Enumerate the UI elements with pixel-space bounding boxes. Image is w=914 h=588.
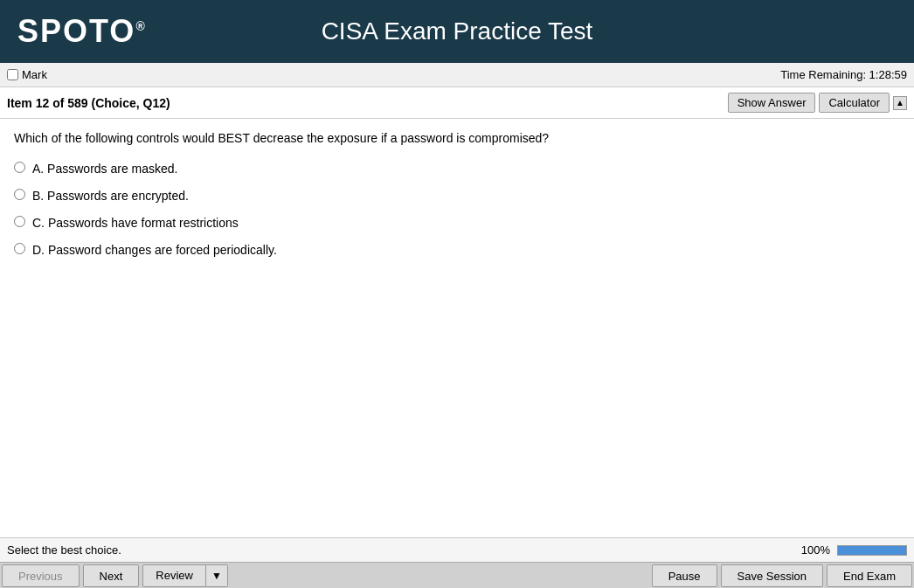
item-info: Item 12 of 589 (Choice, Q12): [7, 96, 170, 110]
pause-button[interactable]: Pause: [652, 564, 717, 587]
answer-option-a: A. Passwords are masked.: [14, 160, 900, 178]
review-dropdown-arrow[interactable]: ▼: [206, 564, 228, 587]
answer-option-d: D. Password changes are forced periodica…: [14, 241, 900, 259]
radio-option-d[interactable]: [14, 243, 25, 254]
previous-button[interactable]: Previous: [2, 564, 80, 587]
mark-text[interactable]: Mark: [22, 68, 47, 81]
exam-title: CISA Exam Practice Test: [322, 17, 593, 45]
show-answer-button[interactable]: Show Answer: [728, 93, 816, 113]
logo-text: SPOTO: [17, 13, 135, 49]
option-label-a[interactable]: A. Passwords are masked.: [32, 160, 178, 178]
radio-option-a[interactable]: [14, 162, 25, 173]
logo-reg: ®: [135, 19, 146, 33]
review-button[interactable]: Review: [142, 564, 206, 587]
options-list: A. Passwords are masked.B. Passwords are…: [14, 160, 900, 259]
mark-checkbox[interactable]: [7, 69, 18, 80]
calculator-button[interactable]: Calculator: [819, 93, 890, 113]
status-text: Select the best choice.: [7, 543, 121, 557]
question-text: Which of the following controls would BE…: [14, 129, 900, 148]
progress-bar-fill: [838, 546, 906, 555]
answer-option-c: C. Passwords have format restrictions: [14, 214, 900, 232]
review-group: Review ▼: [142, 564, 228, 586]
option-label-b[interactable]: B. Passwords are encrypted.: [32, 187, 189, 205]
next-button[interactable]: Next: [83, 564, 140, 587]
radio-option-b[interactable]: [14, 189, 25, 200]
save-session-button[interactable]: Save Session: [721, 564, 824, 587]
scroll-up-icon[interactable]: ▲: [893, 96, 907, 110]
option-label-d[interactable]: D. Password changes are forced periodica…: [32, 241, 277, 259]
mark-label[interactable]: Mark: [7, 68, 47, 81]
end-exam-button[interactable]: End Exam: [827, 564, 912, 587]
progress-bar: [837, 545, 907, 556]
app-logo: SPOTO®: [17, 13, 147, 50]
radio-option-c[interactable]: [14, 216, 25, 227]
progress-percent: 100%: [801, 543, 830, 557]
option-label-c[interactable]: C. Passwords have format restrictions: [32, 214, 239, 232]
time-remaining: Time Remaining: 1:28:59: [780, 68, 907, 81]
answer-option-b: B. Passwords are encrypted.: [14, 187, 900, 205]
